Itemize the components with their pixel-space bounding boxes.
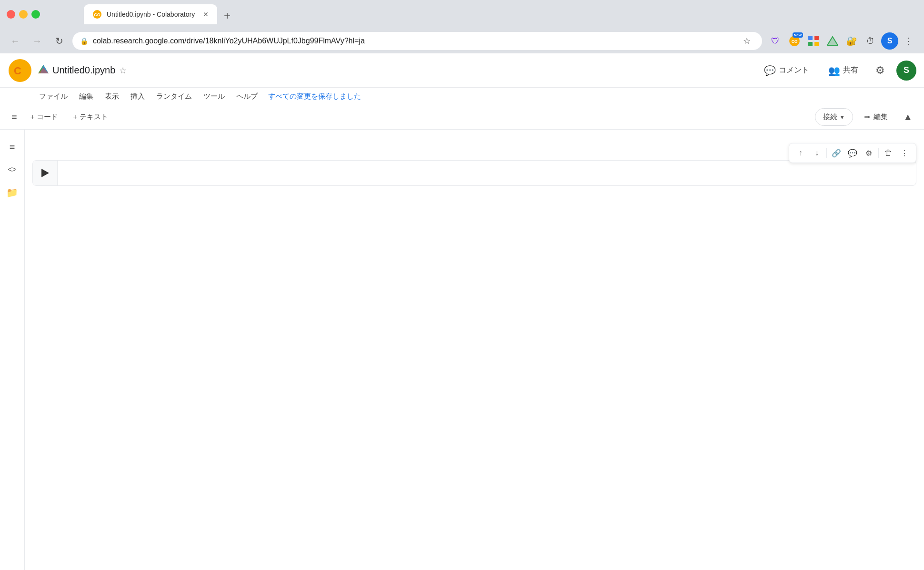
sidebar-code-icon[interactable]: <> bbox=[3, 160, 22, 179]
sidebar-toc-icon[interactable]: ≡ bbox=[3, 137, 22, 156]
browser-profile-btn[interactable]: S bbox=[881, 32, 898, 50]
svg-text:CO: CO bbox=[94, 12, 100, 17]
tab-title: Untitled0.ipynb - Colaboratory bbox=[107, 10, 195, 18]
cell-actions-toolbar: ↑ ↓ 🔗 💬 ⚙ 🗑 ⋮ bbox=[789, 143, 916, 163]
history-icon-btn[interactable]: ⏱ bbox=[862, 32, 879, 50]
add-code-button[interactable]: + コード bbox=[25, 110, 64, 124]
menu-edit[interactable]: 編集 bbox=[74, 90, 98, 103]
connect-label: 接続 bbox=[823, 112, 837, 122]
tab-bar: CO Untitled0.ipynb - Colaboratory ✕ + bbox=[46, 4, 917, 24]
cell-container: ↑ ↓ 🔗 💬 ⚙ 🗑 ⋮ bbox=[32, 160, 916, 186]
address-bar[interactable]: 🔒 colab.research.google.com/drive/18knli… bbox=[72, 32, 762, 50]
app-profile-icon[interactable]: S bbox=[896, 61, 916, 81]
drive-icon-btn[interactable] bbox=[824, 32, 841, 50]
svg-rect-5 bbox=[814, 36, 819, 40]
menu-tools[interactable]: ツール bbox=[199, 90, 230, 103]
colab-logo[interactable]: C O bbox=[8, 58, 32, 83]
new-badge: New bbox=[793, 32, 803, 38]
code-cell bbox=[32, 160, 916, 186]
pencil-icon: ✏ bbox=[864, 113, 871, 122]
add-text-label: + テキスト bbox=[73, 112, 108, 122]
cell-move-up-button[interactable]: ↑ bbox=[793, 145, 808, 161]
share-button[interactable]: 👥 共有 bbox=[823, 61, 864, 80]
notebook-title-area: Untitled0.ipynb ☆ bbox=[38, 64, 127, 77]
title-bar: CO Untitled0.ipynb - Colaboratory ✕ + bbox=[0, 0, 924, 29]
menu-help[interactable]: ヘルプ bbox=[231, 90, 262, 103]
settings-button[interactable]: ⚙ bbox=[872, 61, 889, 81]
toolbar: ≡ + コード + テキスト 接続 ▼ ✏ 編集 ▲ bbox=[0, 105, 924, 130]
window-controls bbox=[7, 10, 40, 19]
cell-action-divider-1 bbox=[826, 148, 827, 158]
svg-text:CO: CO bbox=[792, 39, 798, 44]
app-container: C O Untitled0.ipynb ☆ bbox=[0, 53, 924, 570]
cell-move-down-button[interactable]: ↓ bbox=[809, 145, 824, 161]
cell-comment-button[interactable]: 💬 bbox=[845, 145, 860, 161]
app-header: C O Untitled0.ipynb ☆ bbox=[0, 53, 924, 88]
cell-input-area[interactable] bbox=[58, 161, 916, 180]
minimize-dot[interactable] bbox=[19, 10, 28, 19]
address-bar-row: ← → ↻ 🔒 colab.research.google.com/drive/… bbox=[0, 29, 924, 53]
cell-delete-button[interactable]: 🗑 bbox=[881, 145, 896, 161]
forward-button[interactable]: → bbox=[29, 32, 46, 50]
new-tab-button[interactable]: + bbox=[219, 9, 235, 22]
add-code-label: + コード bbox=[30, 112, 58, 122]
share-label: 共有 bbox=[843, 65, 858, 75]
shield-icon-btn[interactable]: 🛡 bbox=[767, 32, 784, 50]
notebook-title[interactable]: Untitled0.ipynb bbox=[52, 65, 115, 76]
header-actions: 💬 コメント 👥 共有 ⚙ S bbox=[758, 61, 916, 81]
colab-ext-icon-btn[interactable]: CO New bbox=[786, 32, 803, 50]
edit-mode-button[interactable]: ✏ 編集 bbox=[857, 109, 895, 125]
svg-marker-9 bbox=[827, 37, 838, 45]
lock-icon: 🔒 bbox=[80, 37, 88, 45]
connect-button[interactable]: 接続 ▼ bbox=[815, 108, 853, 126]
menu-insert[interactable]: 挿入 bbox=[126, 90, 150, 103]
cell-link-button[interactable]: 🔗 bbox=[829, 145, 844, 161]
sidebar-files-icon[interactable]: 📁 bbox=[3, 183, 22, 202]
bookmark-button[interactable]: ☆ bbox=[739, 33, 754, 49]
active-tab[interactable]: CO Untitled0.ipynb - Colaboratory ✕ bbox=[84, 4, 217, 24]
menu-file[interactable]: ファイル bbox=[34, 90, 72, 103]
ext-icons: 🛡 CO New bbox=[767, 32, 917, 50]
cell-run-button[interactable] bbox=[33, 161, 58, 185]
connect-dropdown-icon: ▼ bbox=[839, 114, 845, 121]
security-icon-btn[interactable]: 🔐 bbox=[843, 32, 860, 50]
cell-action-divider-2 bbox=[878, 148, 879, 158]
svg-text:O: O bbox=[20, 65, 28, 77]
save-status[interactable]: すべての変更を保存しました bbox=[268, 92, 361, 101]
close-dot[interactable] bbox=[7, 10, 15, 19]
browser-profile-letter: S bbox=[887, 37, 893, 45]
menu-bar: ファイル 編集 表示 挿入 ランタイム ツール ヘルプ すべての変更を保存しまし… bbox=[0, 88, 924, 105]
add-text-button[interactable]: + テキスト bbox=[68, 110, 114, 124]
drive-icon bbox=[38, 64, 49, 77]
menu-runtime[interactable]: ランタイム bbox=[151, 90, 197, 103]
tab-colab-icon: CO bbox=[92, 10, 102, 19]
run-triangle-icon bbox=[41, 169, 49, 177]
menu-view[interactable]: 表示 bbox=[100, 90, 124, 103]
browser-window: CO Untitled0.ipynb - Colaboratory ✕ + ← … bbox=[0, 0, 924, 570]
cell-more-button[interactable]: ⋮ bbox=[897, 145, 912, 161]
svg-rect-4 bbox=[808, 36, 813, 40]
back-button[interactable]: ← bbox=[7, 32, 24, 50]
collapse-button[interactable]: ▲ bbox=[899, 108, 916, 126]
comment-label: コメント bbox=[779, 65, 809, 75]
share-icon: 👥 bbox=[828, 65, 840, 76]
browser-menu-button[interactable]: ⋮ bbox=[900, 32, 917, 50]
sidebar-toggle-button[interactable]: ≡ bbox=[8, 108, 21, 126]
app-profile-letter: S bbox=[904, 65, 909, 75]
svg-rect-6 bbox=[808, 42, 813, 46]
maximize-dot[interactable] bbox=[31, 10, 40, 19]
comment-button[interactable]: 💬 コメント bbox=[758, 61, 815, 80]
sidebar: ≡ <> 📁 bbox=[0, 130, 25, 570]
main-layout: ≡ <> 📁 ↑ ↓ 🔗 💬 ⚙ 🗑 bbox=[0, 130, 924, 570]
edit-label: 編集 bbox=[874, 112, 888, 122]
google-apps-icon-btn[interactable] bbox=[805, 32, 822, 50]
notebook-area: ↑ ↓ 🔗 💬 ⚙ 🗑 ⋮ bbox=[25, 130, 924, 570]
reload-button[interactable]: ↻ bbox=[50, 32, 68, 50]
tab-close-icon[interactable]: ✕ bbox=[203, 10, 209, 18]
address-text: colab.research.google.com/drive/18knliYo… bbox=[93, 37, 734, 45]
svg-rect-7 bbox=[814, 42, 819, 46]
star-icon[interactable]: ☆ bbox=[119, 65, 127, 76]
cell-settings-button[interactable]: ⚙ bbox=[861, 145, 876, 161]
svg-marker-15 bbox=[38, 68, 49, 73]
comment-icon: 💬 bbox=[764, 65, 776, 76]
